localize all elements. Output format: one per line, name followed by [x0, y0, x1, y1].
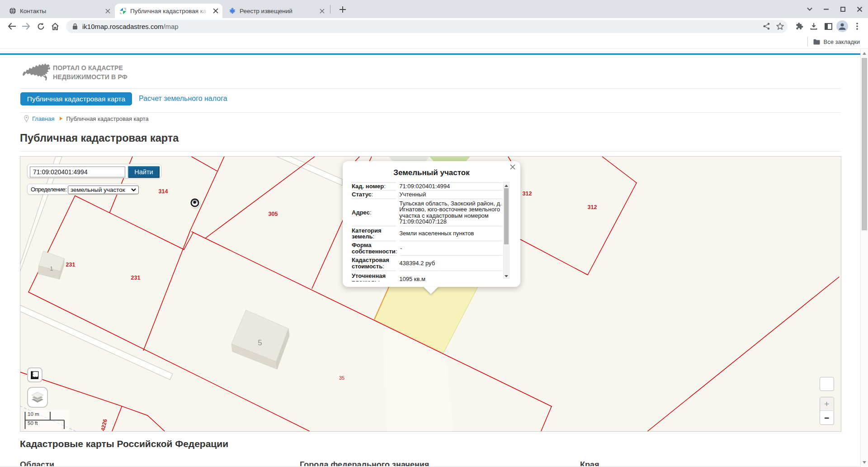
nav-public-cadastre-map-button[interactable]: Публичная кадастровая карта	[20, 92, 132, 105]
map-label-4226: 4226	[99, 418, 108, 431]
popup-row-label: Категория земель:	[352, 226, 396, 241]
zoom-in-button[interactable]: +	[820, 397, 833, 411]
scrollbar-down-arrow[interactable]	[861, 460, 868, 465]
popup-pointer	[423, 286, 439, 294]
cadastre-map[interactable]: 314 305 231 231 312 312 35 4226 1 5 Найт…	[20, 156, 841, 432]
lock-icon	[72, 23, 78, 30]
side-panel-icon[interactable]	[821, 19, 835, 33]
divider	[20, 112, 841, 113]
scrollbar-up-arrow[interactable]	[861, 51, 868, 56]
bookmark-star-icon[interactable]	[776, 23, 784, 30]
popup-attribute-table: Кад. номер: 71:09:020401:4994 Статус: Уч…	[352, 182, 502, 281]
scroll-up-arrow[interactable]	[504, 185, 509, 187]
popup-row-value: -	[400, 241, 502, 256]
popup-row-value: Земли населенных пунктов	[399, 226, 502, 241]
popup-row-value: Учтенный	[399, 191, 502, 199]
breadcrumb-arrow-icon	[60, 117, 62, 120]
logo-line1: ПОРТАЛ О КАДАСТРЕ	[53, 63, 127, 72]
popup-row-label: Кадастровая стоимость:	[352, 256, 396, 271]
tab-registry[interactable]: Реестр извещений	[224, 4, 329, 18]
tab-contacts[interactable]: Контакты	[5, 4, 115, 18]
popup-row-value: 1095 кв.м	[399, 271, 502, 281]
folder-icon	[813, 39, 820, 45]
tab-close-icon[interactable]	[318, 7, 326, 15]
zoom-out-button[interactable]: −	[820, 411, 833, 424]
browser-tab-bar: Контакты Публичная кадастровая ка Реестр…	[0, 0, 868, 18]
window-close-button[interactable]	[851, 0, 868, 18]
home-button[interactable]	[48, 19, 62, 33]
breadcrumb-current: Публичная кадастровая карта	[66, 115, 148, 122]
popup-row-label: Адрес:	[352, 199, 396, 226]
all-bookmarks-button[interactable]: Все закладки	[807, 34, 860, 49]
popup-row: Кадастровая стоимость: 438394.2 руб	[352, 256, 502, 271]
site-logo-text: ПОРТАЛ О КАДАСТРЕ НЕДВИЖИМОСТИ В РФ	[53, 63, 127, 81]
popup-scrollbar[interactable]	[503, 182, 509, 279]
scrollbar-thumb[interactable]	[862, 58, 867, 230]
popup-row-label: Кад. номер:	[352, 182, 396, 191]
map-label-312b: 312	[588, 204, 597, 210]
map-label-231b: 231	[131, 275, 141, 281]
popup-row: Кад. номер: 71:09:020401:4994	[352, 182, 502, 191]
popup-row: Форма собственности: -	[352, 241, 502, 256]
avatar[interactable]	[835, 19, 849, 33]
divider	[20, 151, 841, 152]
tab-close-icon[interactable]	[104, 7, 112, 15]
tab-search-chevron-icon[interactable]	[801, 0, 818, 18]
search-button[interactable]: Найти	[128, 166, 160, 178]
divider	[20, 88, 841, 89]
bookmarks-bar: Все закладки	[0, 34, 868, 49]
new-tab-button[interactable]	[336, 3, 349, 16]
window-maximize-button[interactable]	[835, 0, 851, 18]
popup-row-value: 71:09:020401:4994	[399, 182, 502, 191]
definition-select[interactable]: земельный участок	[68, 186, 139, 194]
parcel-info-popup: Земельный участок Кад. номер: 71:09:0204…	[343, 161, 520, 287]
map-green-parcel	[429, 157, 470, 161]
site-top-border	[0, 53, 860, 55]
reload-button[interactable]	[33, 19, 48, 33]
popup-row: Адрес: Тульская область, Заокский район,…	[352, 199, 502, 226]
window-minimize-button[interactable]	[818, 0, 835, 18]
map-zoom-control: + −	[820, 397, 834, 425]
map-definition-panel: Определение: земельный участок	[27, 184, 138, 195]
popup-title: Земельный участок	[343, 168, 520, 177]
tab-title: Контакты	[20, 8, 88, 14]
search-input[interactable]	[30, 167, 125, 177]
popup-close-icon[interactable]	[509, 164, 516, 170]
page-title: Публичная кадастровая карта	[20, 132, 179, 144]
map-building-label-5: 5	[258, 338, 262, 347]
map-scale-bar: 10 m 50 ft	[24, 410, 69, 431]
back-button[interactable]	[5, 19, 19, 33]
scale-imperial: 50 ft	[28, 420, 38, 426]
eagle-icon	[229, 7, 236, 14]
map-point-marker	[190, 198, 200, 209]
definition-value: земельный участок	[71, 186, 125, 193]
tab-close-icon[interactable]	[212, 7, 219, 15]
forward-button[interactable]	[19, 19, 33, 33]
map-extra-button[interactable]	[820, 377, 834, 391]
footer-heading: Кадастровые карты Российской Федерации	[20, 438, 228, 449]
nav-land-tax-link[interactable]: Расчет земельного налога	[139, 95, 227, 103]
scroll-down-arrow[interactable]	[504, 275, 509, 277]
menu-dots-icon[interactable]	[850, 19, 864, 33]
layers-button[interactable]	[27, 387, 48, 408]
popup-row-label: Уточненная площадь:	[352, 271, 396, 281]
extensions-icon[interactable]	[792, 19, 807, 33]
popup-scroll-thumb[interactable]	[504, 188, 509, 244]
map-building-label-1: 1	[50, 265, 53, 272]
url-text: ik10map.roscadastres.com/map	[82, 23, 179, 30]
breadcrumb-home-link[interactable]: Главная	[32, 115, 54, 122]
share-icon[interactable]	[763, 23, 770, 30]
popup-row-value: Тульская область, Заокский район, д. Игн…	[399, 199, 502, 226]
tab-separator	[330, 5, 330, 14]
bookmarks-separator	[807, 37, 808, 46]
tab-title: Реестр извещений	[240, 8, 307, 14]
tab-cadastre-map[interactable]: Публичная кадастровая ка	[115, 4, 222, 18]
map-label-312a: 312	[523, 191, 532, 197]
browser-scrollbar[interactable]	[860, 49, 868, 467]
measure-tool-button[interactable]	[27, 367, 42, 382]
tab-title: Публичная кадастровая ка	[130, 8, 208, 14]
url-bar[interactable]: ik10map.roscadastres.com/map	[66, 20, 788, 33]
map-label-35: 35	[339, 375, 344, 381]
download-icon[interactable]	[807, 19, 821, 33]
pinwheel-icon	[119, 7, 127, 14]
